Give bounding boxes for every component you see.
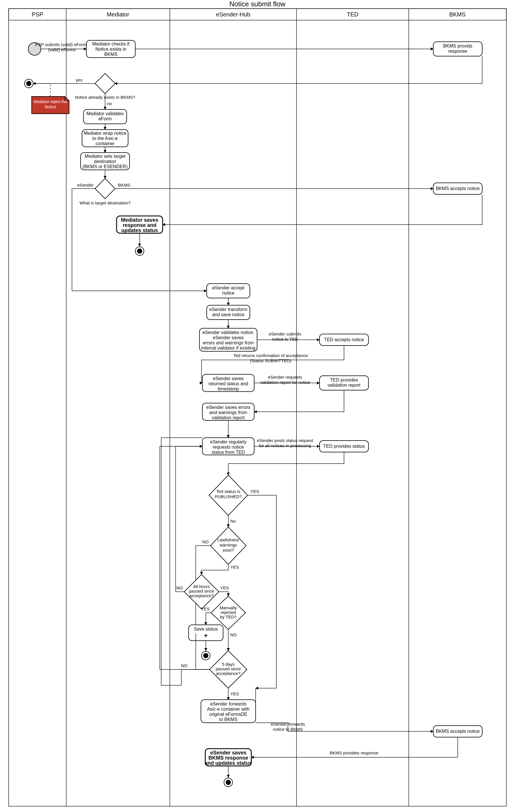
svg-point-81 [226, 780, 231, 785]
label-yes-5days: YES [230, 691, 239, 696]
label-no-1: no [107, 101, 112, 106]
svg-text:validation report: validation report [328, 383, 360, 387]
svg-text:validation report: validation report [212, 415, 245, 420]
svg-point-67 [203, 653, 208, 658]
svg-text:to the Asic-e: to the Asic-e [92, 136, 118, 141]
label-no-lawfulness: NO [202, 539, 209, 544]
end-node-final-icon [224, 778, 233, 787]
end-node-mediator-icon [135, 247, 144, 255]
svg-text:BKMS accepts notice: BKMS accepts notice [436, 729, 480, 734]
svg-text:passed since: passed since [189, 588, 214, 593]
svg-text:and warnings from: and warnings from [209, 410, 247, 415]
svg-text:internal validator if existing: internal validator if existing [201, 346, 255, 350]
label-es-posts-status: eSender posts status request [257, 438, 313, 443]
subprocess-plus-icon: + [204, 632, 208, 639]
label-es-req-report: eSender requests [268, 375, 302, 379]
svg-text:eForm: eForm [98, 116, 112, 121]
svg-text:BKMS provids: BKMS provids [443, 44, 472, 48]
svg-text:Mediator validates: Mediator validates [86, 111, 124, 116]
svg-text:(BKMS or ESENDER): (BKMS or ESENDER) [83, 164, 127, 169]
svg-text:notice to BKMS: notice to BKMS [273, 727, 303, 732]
label-yes-published: YES [250, 489, 259, 494]
svg-text:eSender transform: eSender transform [209, 307, 248, 312]
svg-text:eSender saves: eSender saves [213, 376, 244, 381]
label-yes-lawfulness: YES [230, 564, 239, 570]
svg-rect-0 [9, 9, 506, 806]
end-node-save-status-icon [202, 651, 210, 660]
svg-text:eSender regularly: eSender regularly [210, 439, 246, 444]
lane-esender: eSender-Hub [216, 11, 250, 18]
svg-text:response and: response and [123, 222, 156, 228]
svg-text:returned status and: returned status and [208, 381, 248, 386]
label-ted-confirm-1: Ted returns confirmation of acceptance [234, 353, 308, 358]
svg-text:BKMS accepts notice: BKMS accepts notice [436, 186, 480, 191]
svg-text:TED provides: TED provides [330, 377, 358, 382]
svg-text:eSender forwards: eSender forwards [210, 701, 246, 706]
label-no-48h: NO [177, 585, 183, 590]
svg-text:to BKMS: to BKMS [219, 717, 237, 722]
svg-text:by TED?: by TED? [220, 614, 237, 619]
svg-text:and save notice: and save notice [212, 312, 244, 317]
svg-text:Save status: Save status [194, 627, 218, 632]
svg-text:(Status SUBMITTED): (Status SUBMITTED) [250, 358, 291, 363]
label-no-published: No [230, 519, 236, 523]
label-no-5days-2: NO [181, 663, 188, 668]
svg-text:response: response [448, 49, 467, 54]
lane-psp: PSP [32, 11, 43, 18]
svg-text:destination: destination [94, 159, 116, 164]
svg-text:for all notices in processing: for all notices in processing [259, 443, 311, 448]
svg-text:notice to TED: notice to TED [272, 337, 298, 342]
label-esender: eSender [77, 182, 94, 187]
svg-text:status from TED: status from TED [212, 450, 245, 455]
svg-text:Manually: Manually [220, 605, 237, 610]
svg-text:eSender saves errors: eSender saves errors [206, 405, 250, 410]
label-psp-submits-2: (valid) eForms [48, 47, 76, 52]
label-yes-manual: YES [201, 606, 210, 611]
svg-text:Asic-e container with: Asic-e container with [207, 706, 250, 712]
svg-text:TED provides status: TED provides status [323, 444, 365, 448]
svg-text:rejected: rejected [220, 610, 236, 615]
svg-text:Lawfulness: Lawfulness [217, 537, 239, 542]
svg-text:requests notice: requests notice [213, 444, 244, 450]
svg-text:original eFormsDE: original eFormsDE [209, 712, 247, 717]
diagram-title: Notice submit flow [230, 0, 285, 8]
svg-text:warnings: warnings [219, 543, 237, 547]
label-es-forwards: eSender forwards [271, 722, 305, 726]
svg-text:Mediator wrap notice: Mediator wrap notice [84, 131, 127, 136]
label-es-submits-ted: eSender submits [269, 331, 301, 336]
svg-rect-1 [9, 9, 506, 20]
svg-text:acceptance?: acceptance? [189, 593, 214, 598]
svg-text:notice: notice [222, 291, 235, 295]
svg-text:passed since: passed since [216, 666, 241, 671]
svg-text:eSender saves: eSender saves [213, 335, 244, 340]
svg-text:timestamp: timestamp [218, 386, 239, 391]
svg-text:and updates status: and updates status [205, 760, 252, 766]
svg-text:eSender accept: eSender accept [212, 285, 245, 290]
decision-target [95, 178, 115, 199]
svg-text:Mediator sets target: Mediator sets target [85, 154, 125, 158]
svg-text:eSender validates notice.: eSender validates notice. [202, 330, 254, 335]
svg-text:BKMS: BKMS [104, 52, 117, 57]
label-yes-48h: YES [220, 585, 229, 590]
lane-ted: TED [347, 11, 358, 18]
label-psp-submits: PSP submits (valid) eForms [35, 42, 89, 47]
svg-point-28 [137, 249, 142, 254]
svg-text:container: container [96, 141, 115, 146]
end-node-reject-icon [25, 79, 33, 88]
label-target-q: What is target destination? [80, 200, 131, 205]
svg-text:BKMS response: BKMS response [208, 755, 248, 761]
lane-bkms: BKMS [449, 11, 466, 18]
svg-text:Mediator saves: Mediator saves [121, 217, 158, 223]
note-mediator-reject: Mediator reject the Notice [32, 96, 69, 114]
label-bkms-provides-resp: BKMS provides response [330, 750, 378, 755]
label-bkms: BKMS [118, 182, 130, 187]
label-no-manual: NO [230, 632, 237, 637]
svg-text:acceptance?: acceptance? [216, 671, 240, 676]
svg-text:exist?: exist? [222, 548, 234, 553]
lane-mediator: Mediator [107, 11, 129, 18]
svg-text:Mediator checks if: Mediator checks if [92, 41, 129, 46]
label-yes-1: yes [76, 78, 82, 82]
flowchart-canvas: Notice submit flow PSP Mediator eSender-… [0, 0, 515, 812]
svg-text:validation report for notice: validation report for notice [260, 380, 310, 385]
svg-text:Ted status is: Ted status is [216, 489, 240, 494]
